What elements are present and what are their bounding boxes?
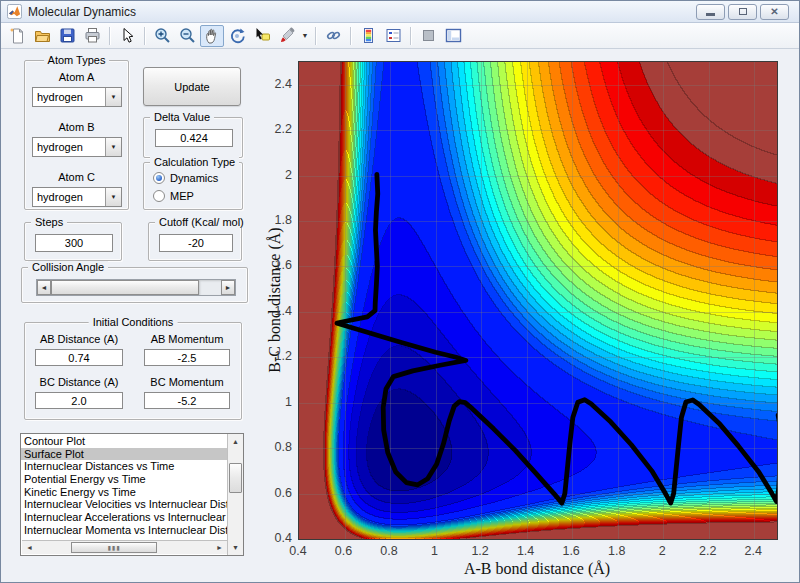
ab-momentum-field[interactable]: -2.5 <box>144 349 230 366</box>
atom-c-label: Atom C <box>25 171 128 183</box>
dynamics-radio[interactable]: Dynamics <box>153 172 218 184</box>
bc-momentum-field[interactable]: -5.2 <box>144 392 230 409</box>
ab-distance-label: AB Distance (A) <box>35 333 123 345</box>
x-tick-label: 1.4 <box>517 544 534 558</box>
scroll-down-icon[interactable]: ▼ <box>228 540 243 555</box>
x-tick-label: 2.4 <box>745 544 762 558</box>
figure-toolbar: ▼ <box>1 23 799 49</box>
chevron-down-icon[interactable]: ▼ <box>105 188 121 206</box>
pes-contour-canvas[interactable] <box>298 61 778 540</box>
x-tick-label: 0.4 <box>289 544 306 558</box>
chevron-down-icon[interactable]: ▼ <box>105 88 121 106</box>
list-item[interactable]: Contour Plot <box>21 435 227 448</box>
pan-button[interactable] <box>200 25 224 47</box>
brush-dropdown-caret[interactable]: ▼ <box>300 25 310 47</box>
horizontal-scroll-thumb[interactable]: ▮▮▮ <box>71 542 157 553</box>
delta-value-panel: Delta Value 0.424 <box>143 117 243 158</box>
close-icon: ✕ <box>770 7 778 17</box>
close-button[interactable]: ✕ <box>760 4 789 20</box>
hide-plot-tools-button[interactable] <box>416 25 440 47</box>
data-cursor-button[interactable] <box>250 25 274 47</box>
radio-unselected-icon[interactable] <box>153 190 165 202</box>
atom-types-panel: Atom Types Atom A hydrogen ▼ Atom B hydr… <box>24 60 129 210</box>
update-button[interactable]: Update <box>143 67 241 106</box>
save-figure-button[interactable] <box>55 25 79 47</box>
atom-b-dropdown[interactable]: hydrogen ▼ <box>32 137 122 157</box>
list-item[interactable]: Kinetic Energy vs Time <box>21 486 227 499</box>
edit-plot-button[interactable] <box>115 25 139 47</box>
zoom-out-button[interactable] <box>175 25 199 47</box>
atom-c-dropdown[interactable]: hydrogen ▼ <box>32 187 122 207</box>
atom-types-title: Atom Types <box>44 54 110 66</box>
atom-a-dropdown[interactable]: hydrogen ▼ <box>32 87 122 107</box>
x-tick-label: 0.8 <box>380 544 397 558</box>
atom-b-label: Atom B <box>25 121 128 133</box>
x-tick-label: 1 <box>431 544 438 558</box>
slider-track[interactable] <box>199 280 221 295</box>
cutoff-panel: Cutoff (Kcal/ mol) -20 <box>148 222 242 261</box>
steps-title: Steps <box>31 216 67 228</box>
minimize-button[interactable] <box>696 4 725 20</box>
x-tick-label: 2 <box>659 544 666 558</box>
brush-data-button[interactable] <box>275 25 299 47</box>
list-item[interactable]: Internuclear Momenta vs Internuclear Dis… <box>21 524 227 537</box>
link-plot-button[interactable] <box>321 25 345 47</box>
x-tick-label: 1.6 <box>562 544 579 558</box>
listbox-vertical-scrollbar[interactable]: ▲ ▼ <box>227 434 243 555</box>
zoom-in-button[interactable] <box>150 25 174 47</box>
show-plot-tools-button[interactable] <box>441 25 465 47</box>
scroll-right-icon[interactable]: ► <box>212 541 227 554</box>
mep-radio-label: MEP <box>170 190 194 202</box>
listbox-horizontal-scrollbar[interactable]: ◄ ▮▮▮ ► <box>22 540 227 554</box>
vertical-scroll-thumb[interactable] <box>229 463 242 493</box>
insert-legend-button[interactable] <box>381 25 405 47</box>
collision-angle-slider[interactable]: ◄ ► <box>36 279 236 296</box>
y-tick-label: 1.4 <box>275 304 292 318</box>
dynamics-radio-label: Dynamics <box>170 172 218 184</box>
matlab-figure-window: Molecular Dynamics ✕ <box>0 0 800 583</box>
initial-conditions-title: Initial Conditions <box>89 316 178 328</box>
pan-hand-icon <box>204 27 221 44</box>
print-figure-button[interactable] <box>80 25 104 47</box>
list-item[interactable]: Surface Plot <box>21 448 227 461</box>
printer-icon <box>84 27 101 44</box>
list-item[interactable]: Internuclear Velocities vs Internuclear … <box>21 498 227 511</box>
x-tick-label: 1.2 <box>471 544 488 558</box>
ab-momentum-label: AB Momentum <box>144 333 230 345</box>
restore-button[interactable] <box>728 4 757 20</box>
bc-distance-field[interactable]: 2.0 <box>35 392 123 409</box>
list-item[interactable]: Internuclear Accelerations vs Internucle… <box>21 511 227 524</box>
steps-field[interactable]: 300 <box>35 234 113 252</box>
cutoff-field[interactable]: -20 <box>159 234 233 252</box>
list-item[interactable]: Internuclear Distances vs Time <box>21 460 227 473</box>
insert-colorbar-button[interactable] <box>356 25 380 47</box>
steps-panel: Steps 300 <box>24 222 122 261</box>
calculation-type-panel: Calculation Type Dynamics MEP <box>143 162 243 210</box>
titlebar[interactable]: Molecular Dynamics ✕ <box>1 1 799 23</box>
slider-right-arrow-icon[interactable]: ► <box>221 280 235 295</box>
chevron-down-icon[interactable]: ▼ <box>105 138 121 156</box>
y-tick-label: 2.2 <box>275 122 292 136</box>
radio-selected-icon[interactable] <box>153 172 165 184</box>
new-figure-icon <box>9 27 26 44</box>
scroll-up-icon[interactable]: ▲ <box>228 434 243 449</box>
matlab-logo-icon <box>7 4 22 19</box>
delta-value-field[interactable]: 0.424 <box>155 129 233 147</box>
rotate-3d-button[interactable] <box>225 25 249 47</box>
open-file-button[interactable] <box>30 25 54 47</box>
atom-a-label: Atom A <box>25 71 128 83</box>
ab-distance-field[interactable]: 0.74 <box>35 349 123 366</box>
atom-c-value: hydrogen <box>33 188 105 206</box>
slider-thumb[interactable] <box>51 280 199 295</box>
slider-left-arrow-icon[interactable]: ◄ <box>37 280 51 295</box>
y-tick-label: 0.8 <box>275 440 292 454</box>
plot-type-listbox[interactable]: Contour PlotSurface PlotInternuclear Dis… <box>20 433 244 556</box>
hide-plot-tools-icon <box>420 27 437 44</box>
zoom-out-icon <box>179 27 196 44</box>
new-figure-button[interactable] <box>5 25 29 47</box>
rotate-3d-icon <box>229 27 246 44</box>
scroll-left-icon[interactable]: ◄ <box>22 541 37 554</box>
list-item[interactable]: Potential Energy vs Time <box>21 473 227 486</box>
toolbar-separator <box>144 27 145 45</box>
mep-radio[interactable]: MEP <box>153 190 194 202</box>
